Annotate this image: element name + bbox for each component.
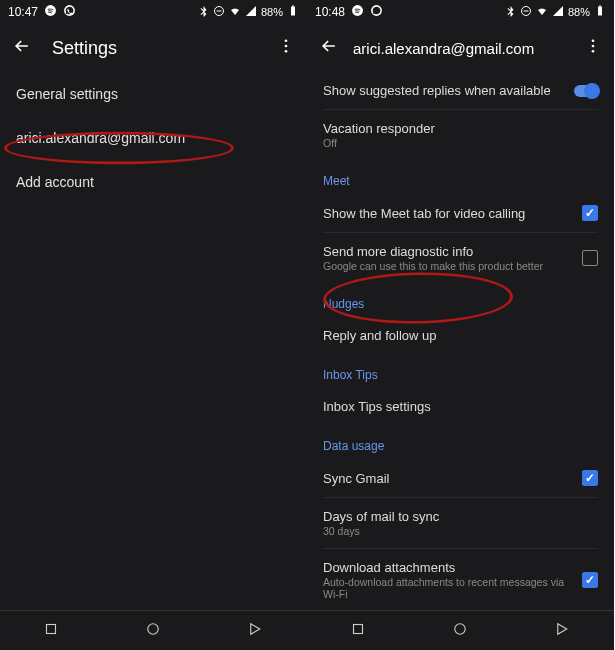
nav-back-icon[interactable] — [349, 620, 367, 642]
item-label: Sync Gmail — [323, 471, 582, 486]
status-time: 10:47 — [8, 5, 38, 19]
phone-right: 10:48 88% arici.alexandra@gmail.com Show… — [307, 0, 614, 650]
sync-gmail-item[interactable]: Sync Gmail — [323, 459, 598, 497]
item-sublabel: Off — [323, 137, 598, 149]
battery-pct: 88% — [261, 6, 283, 18]
section-inbox-tips: Inbox Tips — [323, 354, 598, 388]
item-sublabel: Google can use this to make this product… — [323, 260, 582, 272]
item-sublabel: 30 days — [323, 525, 598, 537]
download-attachments-item[interactable]: Download attachments Auto-download attac… — [323, 548, 598, 610]
diagnostic-info-item[interactable]: Send more diagnostic info Google can use… — [323, 232, 598, 283]
svg-point-7 — [285, 50, 288, 53]
svg-point-17 — [592, 50, 595, 53]
nav-bar — [307, 610, 614, 650]
item-label: Reply and follow up — [323, 328, 598, 343]
svg-rect-3 — [291, 7, 295, 16]
svg-point-16 — [592, 45, 595, 48]
nav-recent-icon[interactable] — [554, 620, 572, 642]
overflow-menu[interactable] — [277, 37, 295, 59]
item-label: Show suggested replies when available — [323, 83, 574, 98]
checkbox[interactable] — [582, 470, 598, 486]
add-account-item[interactable]: Add account — [16, 160, 291, 204]
wifi-icon — [229, 5, 241, 19]
inbox-tips-item[interactable]: Inbox Tips settings — [323, 388, 598, 425]
toggle-switch[interactable] — [574, 85, 598, 97]
item-sublabel: Auto-download attachments to recent mess… — [323, 576, 582, 600]
item-label: Show the Meet tab for video calling — [323, 206, 582, 221]
back-button[interactable] — [319, 36, 339, 60]
nav-back-icon[interactable] — [42, 620, 60, 642]
spotify-icon — [351, 4, 364, 20]
svg-rect-4 — [292, 6, 294, 7]
whatsapp-icon — [370, 4, 383, 20]
settings-list: Show suggested replies when available Va… — [307, 72, 614, 610]
checkbox[interactable] — [582, 205, 598, 221]
back-button[interactable] — [12, 36, 32, 60]
status-time: 10:48 — [315, 5, 345, 19]
svg-rect-14 — [599, 6, 601, 7]
battery-icon — [594, 5, 606, 19]
svg-rect-13 — [598, 7, 602, 16]
svg-point-19 — [455, 623, 466, 634]
bluetooth-icon — [504, 5, 516, 19]
settings-list: General settings arici.alexandra@gmail.c… — [0, 72, 307, 610]
whatsapp-icon — [63, 4, 76, 20]
account-item[interactable]: arici.alexandra@gmail.com — [16, 116, 291, 160]
nav-bar — [0, 610, 307, 650]
item-label: Days of mail to sync — [323, 509, 598, 524]
nav-recent-icon[interactable] — [247, 620, 265, 642]
checkbox[interactable] — [582, 572, 598, 588]
battery-pct: 88% — [568, 6, 590, 18]
meet-tab-item[interactable]: Show the Meet tab for video calling — [323, 194, 598, 232]
svg-rect-8 — [47, 624, 56, 633]
section-nudges: Nudges — [323, 283, 598, 317]
signal-icon — [552, 5, 564, 19]
checkbox[interactable] — [582, 250, 598, 266]
general-settings-item[interactable]: General settings — [16, 72, 291, 116]
item-label: Inbox Tips settings — [323, 399, 598, 414]
suggested-replies-item[interactable]: Show suggested replies when available — [323, 72, 598, 109]
status-bar: 10:48 88% — [307, 0, 614, 24]
phone-left: 10:47 88% Settings General settings aric — [0, 0, 307, 650]
page-title: arici.alexandra@gmail.com — [353, 40, 584, 57]
vacation-responder-item[interactable]: Vacation responder Off — [323, 109, 598, 160]
days-sync-item[interactable]: Days of mail to sync 30 days — [323, 497, 598, 548]
svg-point-6 — [285, 45, 288, 48]
item-label: Download attachments — [323, 560, 582, 575]
overflow-menu[interactable] — [584, 37, 602, 59]
dnd-icon — [213, 5, 225, 19]
svg-point-5 — [285, 39, 288, 42]
section-data-usage: Data usage — [323, 425, 598, 459]
svg-point-15 — [592, 39, 595, 42]
app-bar: arici.alexandra@gmail.com — [307, 24, 614, 72]
dnd-icon — [520, 5, 532, 19]
spotify-icon — [44, 4, 57, 20]
page-title: Settings — [52, 38, 277, 59]
reply-followup-item[interactable]: Reply and follow up — [323, 317, 598, 354]
item-label: Vacation responder — [323, 121, 598, 136]
nav-home-icon[interactable] — [144, 620, 162, 642]
nav-home-icon[interactable] — [451, 620, 469, 642]
svg-rect-18 — [354, 624, 363, 633]
item-label: Send more diagnostic info — [323, 244, 582, 259]
svg-point-9 — [148, 623, 159, 634]
battery-icon — [287, 5, 299, 19]
section-meet: Meet — [323, 160, 598, 194]
status-bar: 10:47 88% — [0, 0, 307, 24]
bluetooth-icon — [197, 5, 209, 19]
wifi-icon — [536, 5, 548, 19]
signal-icon — [245, 5, 257, 19]
app-bar: Settings — [0, 24, 307, 72]
